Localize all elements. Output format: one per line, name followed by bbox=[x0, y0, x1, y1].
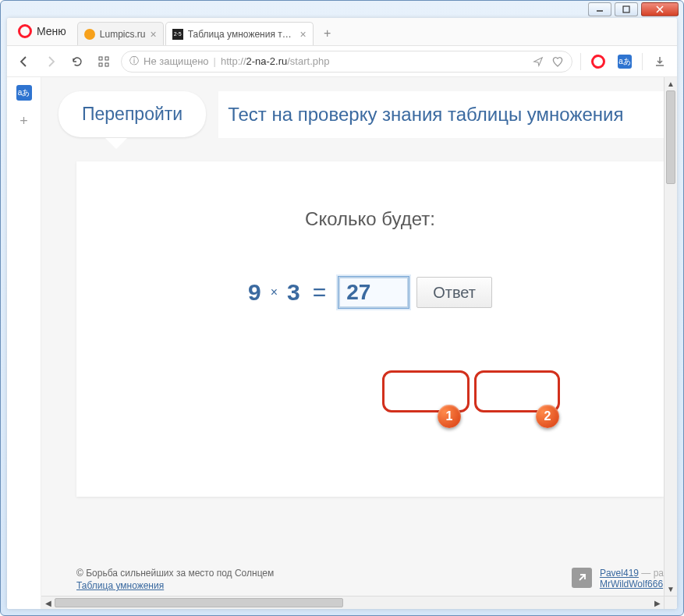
forward-button[interactable] bbox=[41, 52, 60, 71]
menu-label: Меню bbox=[37, 25, 66, 37]
svg-rect-6 bbox=[99, 63, 102, 66]
close-tab-icon[interactable]: × bbox=[151, 28, 157, 41]
close-window-button[interactable] bbox=[641, 2, 679, 16]
horizontal-scrollbar[interactable]: ◀ ▶ bbox=[41, 596, 664, 609]
quiz-card: Сколько будет: 9 × 3 = Ответ bbox=[76, 161, 664, 497]
svg-rect-4 bbox=[99, 57, 102, 60]
page-title: Тест на проверку знания таблицы умножени… bbox=[218, 91, 664, 138]
new-tab-button[interactable]: + bbox=[318, 25, 337, 42]
divider bbox=[642, 53, 643, 70]
page-content: Перепройти Тест на проверку знания табли… bbox=[41, 77, 664, 596]
favicon-2na2: 2·5 bbox=[172, 29, 183, 40]
equals-sign: = bbox=[313, 279, 327, 306]
sidebar: aあ + bbox=[7, 77, 41, 609]
scroll-down-icon[interactable]: ▼ bbox=[665, 582, 677, 596]
pointer-icon bbox=[105, 138, 127, 149]
tab-title: Lumpics.ru bbox=[100, 29, 146, 40]
operand-a: 9 bbox=[248, 279, 261, 306]
scroll-left-icon[interactable]: ◀ bbox=[41, 599, 55, 607]
vertical-scrollbar[interactable]: ▲ ▼ bbox=[664, 77, 677, 596]
insecure-label: Не защищено bbox=[144, 55, 209, 67]
question-label: Сколько будет: bbox=[92, 208, 648, 230]
back-button[interactable] bbox=[15, 52, 34, 71]
url-text: http://2-na-2.ru/start.php bbox=[221, 55, 329, 67]
share-icon[interactable] bbox=[572, 568, 592, 588]
footer-link[interactable]: Таблица умножения bbox=[76, 580, 564, 591]
opera-profile-button[interactable] bbox=[589, 52, 608, 71]
address-bar: ⓘ Не защищено | http://2-na-2.ru/start.p… bbox=[7, 46, 677, 77]
reload-button[interactable] bbox=[68, 52, 87, 71]
svg-rect-5 bbox=[105, 57, 108, 60]
copyright-text: © Борьба сильнейших за место под Солнцем bbox=[76, 568, 274, 579]
send-icon[interactable] bbox=[533, 56, 544, 67]
url-field[interactable]: ⓘ Не защищено | http://2-na-2.ru/start.p… bbox=[121, 51, 572, 73]
tab-lumpics[interactable]: Lumpics.ru × bbox=[77, 22, 164, 45]
svg-rect-1 bbox=[623, 6, 629, 12]
tab-title: Таблица умножения трен bbox=[188, 29, 296, 40]
favicon-lumpics bbox=[84, 29, 95, 40]
close-tab-icon[interactable]: × bbox=[300, 28, 307, 41]
bookmark-heart-icon[interactable] bbox=[551, 56, 564, 67]
footer-users: Pavel419 — ра MrWildWolf666 bbox=[600, 568, 664, 589]
page-viewport: Перепройти Тест на проверку знания табли… bbox=[41, 77, 677, 609]
scroll-right-icon[interactable]: ▶ bbox=[650, 599, 664, 607]
answer-input[interactable] bbox=[338, 277, 409, 308]
tab-multiplication[interactable]: 2·5 Таблица умножения трен × bbox=[165, 22, 314, 45]
page-footer: © Борьба сильнейших за место под Солнцем… bbox=[76, 568, 664, 591]
user-link[interactable]: MrWildWolf666 bbox=[600, 579, 663, 589]
answer-button[interactable]: Ответ bbox=[416, 277, 492, 308]
opera-logo-icon bbox=[18, 24, 32, 38]
translate-extension-icon[interactable]: aあ bbox=[615, 52, 634, 71]
browser-chrome: Меню Lumpics.ru × 2·5 Таблица умножения … bbox=[7, 18, 677, 609]
scroll-thumb[interactable] bbox=[55, 598, 343, 607]
scrollbar-corner bbox=[664, 596, 677, 609]
minimize-button[interactable] bbox=[588, 2, 611, 16]
window-titlebar bbox=[1, 1, 683, 18]
insecure-icon: ⓘ bbox=[129, 55, 139, 68]
operand-b: 3 bbox=[287, 279, 300, 306]
multiply-icon: × bbox=[271, 285, 278, 299]
maximize-button[interactable] bbox=[615, 2, 638, 16]
speeddial-button[interactable] bbox=[94, 52, 113, 71]
downloads-button[interactable] bbox=[650, 52, 669, 71]
tab-strip: Меню Lumpics.ru × 2·5 Таблица умножения … bbox=[7, 18, 677, 46]
svg-rect-7 bbox=[105, 63, 108, 66]
divider bbox=[580, 53, 581, 70]
user-link[interactable]: Pavel419 bbox=[600, 568, 639, 579]
sidebar-add-button[interactable]: + bbox=[15, 112, 34, 130]
scroll-up-icon[interactable]: ▲ bbox=[665, 77, 677, 90]
window-frame: Меню Lumpics.ru × 2·5 Таблица умножения … bbox=[0, 0, 684, 616]
retry-button[interactable]: Перепройти bbox=[58, 91, 206, 137]
opera-menu-button[interactable]: Меню bbox=[7, 18, 77, 45]
scroll-thumb[interactable] bbox=[666, 90, 675, 184]
sidebar-translate-icon[interactable]: aあ bbox=[15, 83, 34, 102]
equation-row: 9 × 3 = Ответ bbox=[92, 277, 648, 308]
